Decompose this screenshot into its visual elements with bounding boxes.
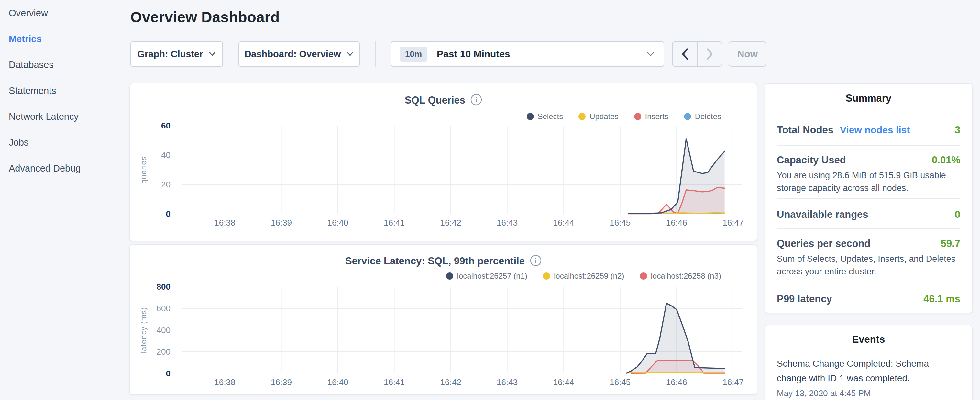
summary-title: Summary: [777, 92, 960, 104]
chevron-down-icon: [646, 51, 655, 57]
next-time-button[interactable]: [697, 42, 722, 66]
chart-legend: Selects Updates Inserts Deletes: [527, 112, 721, 121]
p99-latency-label: P99 latency: [777, 293, 832, 306]
y-axis-tick-label: 400: [145, 325, 170, 335]
legend-item: localhost:26257 (n1): [446, 271, 527, 280]
divider: [777, 228, 960, 229]
chart-legend: localhost:26257 (n1) localhost:26259 (n2…: [446, 271, 721, 280]
legend-item: localhost:26259 (n2): [543, 271, 624, 280]
chevron-down-icon: [346, 51, 354, 57]
legend-item: Updates: [579, 112, 618, 121]
view-nodes-list-link[interactable]: View nodes list: [840, 124, 910, 137]
summary-row-total-nodes: Total Nodes View nodes list 3: [777, 124, 960, 137]
x-axis-tick-label: 16:44: [553, 218, 574, 228]
controls-divider: [375, 41, 375, 67]
p99-latency-value: 46.1 ms: [923, 293, 960, 306]
y-axis-tick-label: 60: [145, 121, 170, 131]
legend-dot-icon: [634, 113, 641, 120]
dashboard-dropdown[interactable]: Dashboard: Overview: [239, 41, 360, 67]
chart-title: Service Latency: SQL, 99th percentile: [345, 255, 525, 267]
time-range-selector[interactable]: 10m Past 10 Minutes: [391, 41, 664, 67]
time-range-label: Past 10 Minutes: [437, 49, 510, 59]
x-axis-tick-label: 16:45: [609, 377, 631, 387]
time-step-buttons: [672, 41, 722, 67]
unavailable-ranges-value: 0: [955, 208, 960, 221]
y-axis-tick-label: 200: [145, 347, 170, 357]
graph-dropdown[interactable]: Graph: Cluster: [130, 41, 223, 67]
queries-per-second-value: 59.7: [941, 237, 960, 250]
y-axis-title: latency (ms): [139, 307, 148, 354]
summary-row-capacity: Capacity Used 0.01%: [777, 154, 960, 167]
divider: [777, 284, 960, 284]
legend-dot-icon: [527, 113, 534, 120]
event-item-timestamp: May 13, 2020 at 4:45 PM: [777, 388, 960, 398]
y-axis-tick-label: 20: [145, 180, 170, 190]
sql-queries-plot: 020406016:3816:3916:4016:4116:4216:4316:…: [183, 126, 741, 214]
now-button[interactable]: Now: [729, 41, 767, 67]
queries-per-second-label: Queries per second: [777, 237, 870, 250]
x-axis-tick-label: 16:47: [722, 377, 743, 387]
summary-row-qps: Queries per second 59.7: [777, 237, 960, 250]
total-nodes-label: Total Nodes: [777, 124, 834, 137]
x-axis-tick-label: 16:41: [384, 377, 405, 387]
previous-time-button[interactable]: [673, 42, 697, 66]
chevron-down-icon: [208, 51, 216, 57]
x-axis-tick-label: 16:43: [496, 218, 518, 228]
y-axis-tick-label: 0: [145, 209, 170, 219]
legend-dot-icon: [684, 113, 691, 120]
x-axis-tick-label: 16:38: [214, 377, 235, 387]
sidebar: Overview Metrics Databases Statements Ne…: [0, 0, 128, 188]
sidebar-item-metrics[interactable]: Metrics: [9, 33, 128, 45]
y-axis-tick-label: 40: [145, 150, 170, 160]
page-title: Overview Dashboard: [130, 8, 280, 26]
y-axis-tick-label: 800: [145, 282, 170, 292]
sidebar-item-advanced-debug[interactable]: Advanced Debug: [9, 163, 128, 174]
service-latency-plot: 020040060080016:3816:3916:4016:4116:4216…: [183, 287, 741, 373]
sidebar-item-databases[interactable]: Databases: [9, 59, 128, 70]
legend-dot-icon: [446, 273, 453, 280]
summary-panel: Summary Total Nodes View nodes list 3 Ca…: [765, 83, 972, 313]
y-axis-tick-label: 600: [145, 304, 170, 314]
legend-dot-icon: [543, 273, 550, 280]
x-axis-tick-label: 16:39: [271, 377, 292, 387]
total-nodes-value: 3: [955, 124, 960, 137]
unavailable-ranges-label: Unavailable ranges: [777, 208, 869, 221]
dashboard-dropdown-label: Dashboard: Overview: [244, 49, 341, 59]
capacity-used-label: Capacity Used: [777, 154, 846, 167]
sidebar-item-statements[interactable]: Statements: [9, 85, 128, 96]
events-panel: Events Schema Change Completed: Schema c…: [765, 325, 972, 400]
x-axis-tick-label: 16:46: [666, 377, 687, 387]
x-axis-tick-label: 16:39: [271, 218, 292, 228]
queries-per-second-subtext: Sum of Selects, Updates, Inserts, and De…: [777, 253, 960, 278]
x-axis-tick-label: 16:42: [440, 377, 461, 387]
x-axis-tick-label: 16:46: [666, 218, 687, 228]
capacity-used-subtext: You are using 28.6 MiB of 515.9 GiB usab…: [777, 169, 960, 194]
x-axis-tick-label: 16:38: [214, 218, 235, 228]
event-item-text[interactable]: Schema Change Completed: Schema change w…: [777, 356, 960, 386]
chart-title: SQL Queries: [405, 94, 465, 106]
x-axis-tick-label: 16:47: [722, 218, 743, 228]
info-icon[interactable]: [530, 255, 542, 268]
x-axis-tick-label: 16:43: [496, 377, 518, 387]
sidebar-item-overview[interactable]: Overview: [9, 7, 128, 19]
legend-item: Deletes: [684, 112, 721, 121]
legend-item: Selects: [527, 112, 563, 121]
capacity-used-value: 0.01%: [932, 154, 960, 167]
x-axis-tick-label: 16:40: [327, 218, 348, 228]
sidebar-item-jobs[interactable]: Jobs: [9, 137, 128, 148]
legend-item: Inserts: [634, 112, 668, 121]
x-axis-tick-label: 16:42: [440, 218, 461, 228]
graph-dropdown-label: Graph: Cluster: [137, 49, 203, 59]
service-latency-chart-card: Service Latency: SQL, 99th percentile lo…: [129, 244, 757, 395]
time-range-badge: 10m: [400, 46, 427, 62]
events-title: Events: [777, 334, 960, 345]
summary-row-unavailable-ranges: Unavailable ranges 0: [777, 208, 960, 221]
sql-queries-chart-card: SQL Queries Selects Updates Inserts Dele…: [129, 83, 757, 241]
sidebar-item-network-latency[interactable]: Network Latency: [9, 111, 128, 122]
x-axis-tick-label: 16:44: [553, 377, 574, 387]
divider: [777, 198, 960, 199]
legend-dot-icon: [640, 273, 647, 280]
info-icon[interactable]: [471, 94, 482, 107]
y-axis-tick-label: 0: [145, 369, 170, 379]
summary-row-p99: P99 latency 46.1 ms: [777, 293, 960, 306]
